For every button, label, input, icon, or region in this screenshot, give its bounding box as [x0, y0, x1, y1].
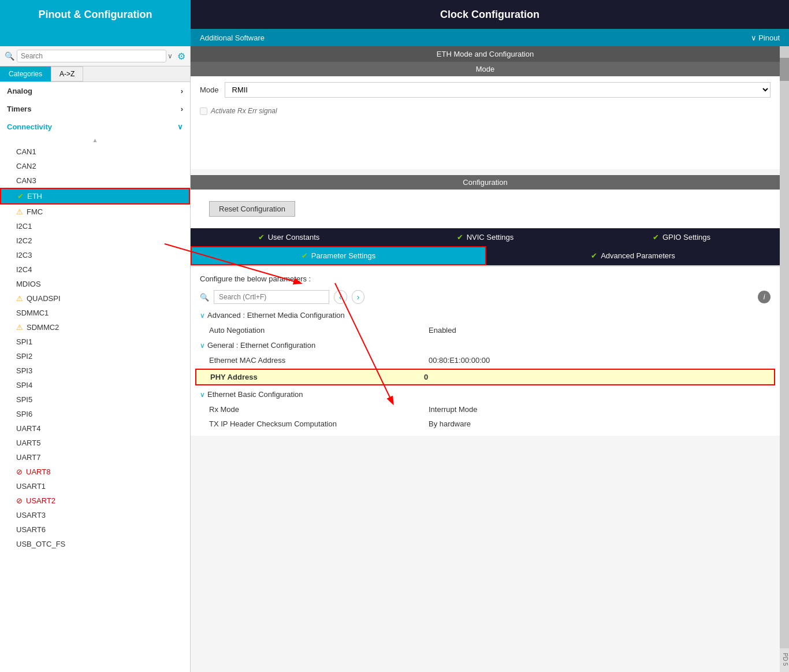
param-phy-address: PHY Address 0	[195, 369, 775, 385]
sidebar-item-spi1[interactable]: SPI1	[0, 335, 190, 349]
sdmmc2-warn-icon: ⚠	[16, 323, 23, 332]
mdios-label: MDIOS	[16, 280, 41, 288]
sidebar-item-i2c1[interactable]: I2C1	[0, 219, 190, 233]
gpio-check: ✔	[653, 233, 659, 242]
params-search-input[interactable]	[214, 290, 329, 304]
sidebar-item-quadspi[interactable]: ⚠ QUADSPI	[0, 291, 190, 306]
sidebar-category-analog[interactable]: Analog ›	[0, 82, 190, 100]
scroll-indicator-up: ▲	[0, 136, 190, 144]
right-border-panel: PD 5	[780, 46, 789, 672]
activate-rx-row: Activate Rx Err signal	[191, 103, 780, 118]
tab-advanced-parameters[interactable]: ✔ Advanced Parameters	[486, 246, 780, 265]
uart8-disabled-icon: ⊘	[16, 467, 23, 476]
sidebar-category-timers[interactable]: Timers ›	[0, 100, 190, 118]
sidebar-category-connectivity[interactable]: Connectivity ∨	[0, 118, 190, 136]
auto-negotiation-name: Auto Negotiation	[209, 326, 429, 335]
sidebar: 🔍 ∨ ⚙ Categories A->Z Analog ›	[0, 46, 191, 672]
search-input[interactable]	[17, 50, 166, 62]
tab-user-constants[interactable]: ✔ User Constants	[191, 228, 387, 246]
param-group-advanced-eth[interactable]: ∨ Advanced : Ethernet Media Configuratio…	[191, 307, 780, 323]
parameters-area: Configure the below parameters : 🔍 ‹ › i	[191, 266, 780, 436]
sidebar-item-spi2[interactable]: SPI2	[0, 349, 190, 363]
sidebar-item-fmc[interactable]: ⚠ FMC	[0, 205, 190, 219]
sidebar-item-can2[interactable]: CAN2	[0, 159, 190, 173]
mode-select[interactable]: RMII	[225, 82, 771, 98]
scrollbar-track	[780, 46, 789, 648]
reset-btn-container: Reset Configuration	[191, 190, 780, 228]
tab-nvic-settings[interactable]: ✔ NVIC Settings	[387, 228, 583, 246]
sidebar-item-spi6[interactable]: SPI6	[0, 407, 190, 421]
config-content: Reset Configuration ✔ User Constants ✔	[191, 190, 780, 436]
reset-configuration-button[interactable]: Reset Configuration	[209, 201, 295, 217]
fmc-label: FMC	[27, 207, 43, 216]
eth-mode-title: ETH Mode and Configuration	[191, 46, 780, 62]
sidebar-item-usb-otc-fs[interactable]: USB_OTC_FS	[0, 537, 190, 551]
sidebar-item-can3[interactable]: CAN3	[0, 173, 190, 188]
pinout-header-title: Pinout & Configuration	[39, 9, 152, 21]
sdmmc1-label: SDMMC1	[16, 309, 49, 317]
nav-prev-button[interactable]: ‹	[334, 290, 347, 304]
connectivity-label: Connectivity	[7, 122, 52, 131]
sidebar-item-uart7[interactable]: UART7	[0, 450, 190, 465]
content-panel: ETH Mode and Configuration Mode Mode RMI…	[191, 46, 780, 672]
tab-gpio-settings[interactable]: ✔ GPIO Settings	[583, 228, 780, 246]
can2-label: CAN2	[16, 162, 36, 170]
sidebar-item-spi4[interactable]: SPI4	[0, 378, 190, 392]
collapse-icon-adv: ∨	[200, 311, 205, 320]
clock-configuration-header: Clock Configuration	[191, 0, 789, 29]
activate-rx-checkbox[interactable]	[200, 107, 207, 115]
sidebar-item-sdmmc1[interactable]: SDMMC1	[0, 306, 190, 320]
sidebar-item-i2c4[interactable]: I2C4	[0, 262, 190, 277]
mode-field-label: Mode	[200, 86, 219, 94]
can1-label: CAN1	[16, 147, 36, 156]
sidebar-item-uart8[interactable]: ⊘ UART8	[0, 465, 190, 479]
sidebar-item-eth[interactable]: ✔ ETH	[0, 188, 190, 205]
eth-label: ETH	[27, 192, 42, 201]
can3-label: CAN3	[16, 176, 36, 185]
sidebar-item-sdmmc2[interactable]: ⚠ SDMMC2	[0, 320, 190, 335]
usart6-label: USART6	[16, 525, 46, 534]
sidebar-item-mdios[interactable]: MDIOS	[0, 277, 190, 291]
sidebar-item-usart3[interactable]: USART3	[0, 508, 190, 522]
sidebar-item-can1[interactable]: CAN1	[0, 144, 190, 159]
nav-next-button[interactable]: ›	[352, 290, 365, 304]
usart3-label: USART3	[16, 511, 46, 519]
info-icon: i	[764, 293, 765, 301]
sidebar-item-spi5[interactable]: SPI5	[0, 392, 190, 407]
nvic-settings-label: NVIC Settings	[467, 233, 514, 242]
rx-mode-value: Interrupt Mode	[429, 405, 771, 414]
usart2-label: USART2	[26, 496, 55, 505]
user-constants-label: User Constants	[268, 233, 320, 242]
gear-icon[interactable]: ⚙	[177, 51, 185, 62]
sidebar-item-i2c2[interactable]: I2C2	[0, 233, 190, 248]
param-group-eth-basic[interactable]: ∨ Ethernet Basic Configuration	[191, 387, 780, 402]
tab-categories[interactable]: Categories	[0, 66, 51, 81]
tab-az[interactable]: A->Z	[51, 66, 83, 81]
tx-checksum-value: By hardware	[429, 419, 771, 428]
sidebar-item-usart2[interactable]: ⊘ USART2	[0, 493, 190, 508]
eth-mac-value: 00:80:E1:00:00:00	[429, 356, 771, 365]
param-group-general-eth[interactable]: ∨ General : Ethernet Configuration	[191, 337, 780, 353]
sidebar-item-uart4[interactable]: UART4	[0, 421, 190, 436]
activate-rx-label: Activate Rx Err signal	[211, 107, 277, 115]
quadspi-warn-icon: ⚠	[16, 294, 23, 303]
scrollbar-thumb[interactable]	[780, 58, 789, 81]
usart1-label: USART1	[16, 482, 46, 491]
params-search-row: 🔍 ‹ › i	[191, 287, 780, 307]
tab-parameter-settings[interactable]: ✔ Parameter Settings	[191, 246, 486, 265]
sidebar-item-i2c3[interactable]: I2C3	[0, 248, 190, 262]
tabs-row-2: ✔ Parameter Settings ✔ Advanced Paramete…	[191, 246, 780, 266]
spi6-label: SPI6	[16, 410, 32, 418]
sidebar-item-uart5[interactable]: UART5	[0, 436, 190, 450]
sidebar-item-spi3[interactable]: SPI3	[0, 363, 190, 378]
sidebar-item-usart1[interactable]: USART1	[0, 479, 190, 493]
clock-header-title: Clock Configuration	[440, 9, 539, 21]
dropdown-icon: ∨	[168, 52, 173, 60]
sidebar-tabs: Categories A->Z	[0, 66, 190, 82]
uart8-label: UART8	[26, 467, 50, 476]
info-button[interactable]: i	[758, 291, 771, 303]
spi2-label: SPI2	[16, 352, 32, 361]
sidebar-item-usart6[interactable]: USART6	[0, 522, 190, 537]
collapse-icon-basic: ∨	[200, 391, 205, 399]
pinout-link[interactable]: ∨ Pinout	[751, 34, 780, 42]
